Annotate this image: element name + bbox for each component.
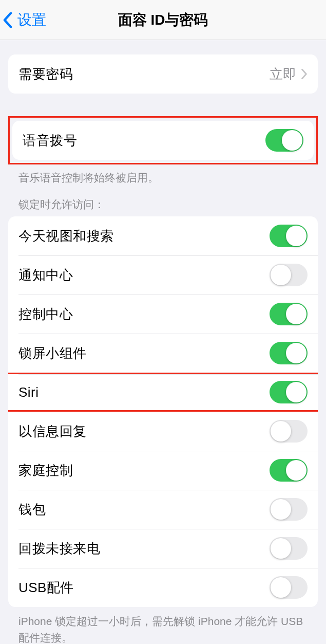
lock-item-callback: 回拨未接来电 <box>8 529 318 568</box>
lock-item-toggle-widget[interactable] <box>270 342 308 364</box>
back-label: 设置 <box>17 10 46 30</box>
lock-item-label: 钱包 <box>18 501 270 519</box>
toggle-knob <box>286 304 306 324</box>
lock-item-notification: 通知中心 <box>8 255 318 295</box>
lock-item-label: 通知中心 <box>18 266 270 284</box>
lock-item-reply: 以信息回复 <box>8 412 318 451</box>
require-passcode-group: 需要密码 立即 <box>8 54 318 94</box>
lock-item-toggle-notification[interactable] <box>270 264 308 286</box>
lock-item-toggle-today[interactable] <box>270 225 308 247</box>
lock-item-widget: 锁屏小组件 <box>8 334 318 373</box>
lock-item-label: 以信息回复 <box>18 422 270 440</box>
require-passcode-label: 需要密码 <box>18 65 270 83</box>
voice-dial-group: 语音拨号 <box>12 121 314 160</box>
toggle-knob <box>286 382 306 402</box>
require-passcode-row[interactable]: 需要密码 立即 <box>8 54 318 94</box>
lock-item-label: 今天视图和搜索 <box>18 227 270 245</box>
lock-item-label: 家庭控制 <box>18 462 270 480</box>
toggle-knob <box>271 421 291 441</box>
usb-footer: iPhone 锁定超过一小时后，需先解锁 iPhone 才能允许 USB 配件连… <box>8 607 318 644</box>
lock-item-toggle-home[interactable] <box>270 459 308 482</box>
toggle-knob <box>286 343 306 363</box>
lock-access-group: 今天视图和搜索 通知中心 控制中心 锁屏小组件 Siri 以信息回复 家庭控制 <box>8 216 318 607</box>
voice-dial-highlight: 语音拨号 <box>8 116 318 164</box>
lock-item-home: 家庭控制 <box>8 451 318 490</box>
back-button[interactable]: 设置 <box>3 10 46 30</box>
lock-item-control: 控制中心 <box>8 295 318 334</box>
lock-item-usb: USB配件 <box>8 568 318 607</box>
toggle-knob <box>271 538 291 559</box>
voice-dial-footer: 音乐语音控制将始终被启用。 <box>8 164 318 186</box>
voice-dial-label: 语音拨号 <box>23 132 265 150</box>
lock-item-label: 回拨未接来电 <box>18 540 270 558</box>
voice-dial-row: 语音拨号 <box>12 121 314 160</box>
lock-item-toggle-siri[interactable] <box>270 381 308 403</box>
chevron-right-icon <box>301 69 308 79</box>
lock-item-toggle-usb[interactable] <box>270 576 308 599</box>
toggle-knob <box>282 130 302 151</box>
lock-item-wallet: 钱包 <box>8 490 318 529</box>
toggle-knob <box>271 265 291 285</box>
lock-item-label: USB配件 <box>18 579 270 597</box>
voice-dial-toggle[interactable] <box>265 129 303 152</box>
lock-item-toggle-wallet[interactable] <box>270 498 308 521</box>
toggle-knob <box>271 577 291 598</box>
back-chevron-icon <box>3 12 12 28</box>
lock-access-header: 锁定时允许访问： <box>8 186 318 217</box>
toggle-knob <box>271 499 291 520</box>
page-title: 面容 ID与密码 <box>118 10 208 30</box>
lock-item-toggle-control[interactable] <box>270 303 308 325</box>
require-passcode-value: 立即 <box>270 65 296 83</box>
lock-item-siri-highlight: Siri <box>8 373 318 412</box>
lock-item-label: Siri <box>18 384 270 400</box>
lock-item-label: 控制中心 <box>18 305 270 323</box>
lock-item-label: 锁屏小组件 <box>18 344 270 362</box>
navigation-header: 设置 面容 ID与密码 <box>0 0 326 40</box>
lock-item-today: 今天视图和搜索 <box>8 216 318 255</box>
lock-item-toggle-callback[interactable] <box>270 537 308 560</box>
lock-item-toggle-reply[interactable] <box>270 420 308 443</box>
toggle-knob <box>286 226 306 246</box>
toggle-knob <box>286 460 306 481</box>
